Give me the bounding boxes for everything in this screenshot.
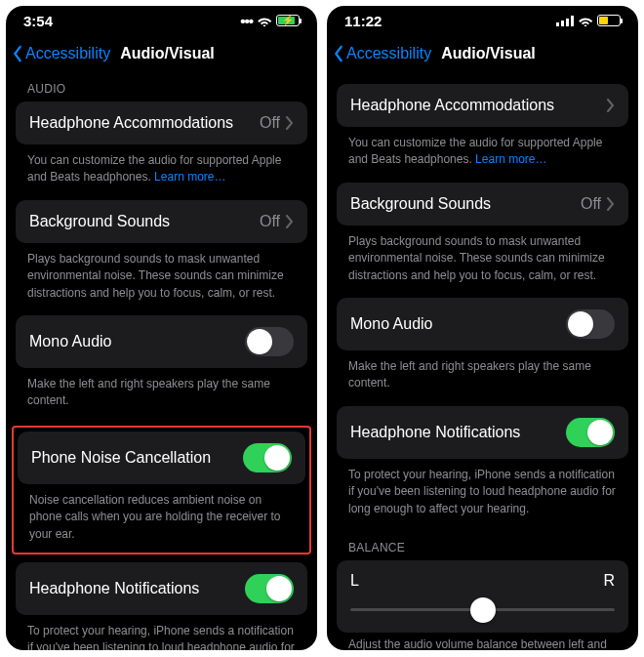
svg-rect-3	[571, 16, 574, 26]
settings-list[interactable]: AUDIO Headphone Accommodations Off You c…	[6, 72, 317, 650]
background-sounds-row[interactable]: Background Sounds Off	[16, 200, 307, 243]
row-label: Headphone Notifications	[29, 580, 199, 597]
bs-footer: Plays background sounds to mask unwanted…	[337, 229, 628, 298]
nav-bar: Accessibility Audio/Visual	[327, 35, 638, 72]
screenshot-right: 11:22 Accessibility Audio/Visual Headpho…	[327, 6, 638, 650]
row-value: Off	[581, 195, 601, 213]
chevron-right-icon	[607, 197, 615, 211]
svg-rect-2	[566, 19, 569, 26]
wifi-icon	[257, 15, 272, 26]
row-value: Off	[260, 114, 280, 132]
headphone-accommodations-row[interactable]: Headphone Accommodations Off	[16, 102, 307, 144]
section-header-balance: BALANCE	[337, 531, 628, 560]
balance-left-label: L	[350, 572, 359, 590]
status-time: 3:54	[23, 13, 53, 29]
balance-footer: Adjust the audio volume balance between …	[337, 633, 628, 650]
balance-right-label: R	[603, 572, 615, 590]
headphone-notifications-toggle[interactable]	[566, 418, 615, 447]
hn-footer: To protect your hearing, iPhone sends a …	[16, 619, 307, 650]
row-label: Headphone Accommodations	[29, 114, 233, 132]
wifi-icon	[578, 15, 593, 26]
background-sounds-row[interactable]: Background Sounds Off	[337, 183, 628, 226]
nav-bar: Accessibility Audio/Visual	[6, 35, 317, 72]
bs-footer: Plays background sounds to mask unwanted…	[16, 247, 307, 315]
mono-audio-toggle[interactable]	[566, 309, 615, 339]
chevron-right-icon	[286, 116, 294, 130]
section-header-audio: AUDIO	[16, 72, 307, 102]
phone-noise-toggle[interactable]	[243, 443, 292, 472]
screenshot-left: 3:54 ••• ⚡ Accessibility Audio/Visual AU…	[6, 6, 317, 650]
back-label: Accessibility	[25, 45, 110, 62]
battery-icon	[597, 15, 621, 26]
settings-list[interactable]: Headphone Accommodations You can customi…	[327, 72, 638, 650]
mono-audio-toggle[interactable]	[245, 327, 294, 356]
mono-footer: Make the left and right speakers play th…	[16, 372, 307, 424]
row-label: Mono Audio	[29, 333, 112, 350]
row-label: Mono Audio	[350, 315, 433, 333]
phone-noise-cancellation-row: Phone Noise Cancellation	[18, 431, 305, 484]
chevron-right-icon	[286, 215, 294, 228]
back-label: Accessibility	[346, 45, 431, 62]
chevron-right-icon	[607, 99, 615, 112]
chevron-left-icon	[12, 45, 23, 62]
highlighted-phone-noise-group: Phone Noise Cancellation Noise cancellat…	[12, 426, 311, 554]
status-time: 11:22	[344, 13, 382, 29]
mono-audio-row: Mono Audio	[337, 298, 628, 350]
status-bar: 3:54 ••• ⚡	[6, 6, 317, 35]
mono-footer: Make the left and right speakers play th…	[337, 354, 628, 406]
status-icons	[556, 15, 621, 26]
headphone-notifications-toggle[interactable]	[245, 574, 294, 603]
learn-more-link[interactable]: Learn more…	[475, 152, 546, 166]
balance-slider-thumb[interactable]	[470, 597, 496, 623]
status-icons: ••• ⚡	[240, 13, 300, 29]
balance-slider[interactable]	[350, 595, 615, 625]
chevron-left-icon	[333, 45, 344, 62]
row-value: Off	[260, 213, 280, 230]
row-label: Headphone Notifications	[350, 424, 520, 441]
nav-title: Audio/Visual	[120, 45, 215, 62]
ha-footer: You can customize the audio for supporte…	[337, 131, 628, 183]
row-label: Headphone Accommodations	[350, 97, 554, 114]
learn-more-link[interactable]: Learn more…	[154, 170, 225, 184]
battery-icon: ⚡	[276, 15, 300, 26]
row-label: Background Sounds	[350, 195, 491, 213]
headphone-notifications-row: Headphone Notifications	[337, 406, 628, 459]
status-bar: 11:22	[327, 6, 638, 35]
back-button[interactable]: Accessibility	[12, 45, 110, 62]
headphone-accommodations-row[interactable]: Headphone Accommodations	[337, 84, 628, 127]
mono-audio-row: Mono Audio	[16, 315, 307, 368]
nav-title: Audio/Visual	[441, 45, 536, 62]
svg-rect-0	[556, 22, 559, 26]
carrier-dots-icon: •••	[240, 13, 253, 29]
svg-rect-1	[561, 21, 564, 26]
row-label: Phone Noise Cancellation	[31, 449, 211, 467]
headphone-notifications-row: Headphone Notifications	[16, 562, 307, 615]
pn-footer: Noise cancellation reduces ambient noise…	[18, 488, 305, 549]
row-label: Background Sounds	[29, 213, 170, 230]
back-button[interactable]: Accessibility	[333, 45, 431, 62]
ha-footer: You can customize the audio for supporte…	[16, 148, 307, 200]
cellular-signal-icon	[556, 16, 574, 26]
balance-row: L R	[337, 560, 628, 633]
hn-footer: To protect your hearing, iPhone sends a …	[337, 463, 628, 531]
